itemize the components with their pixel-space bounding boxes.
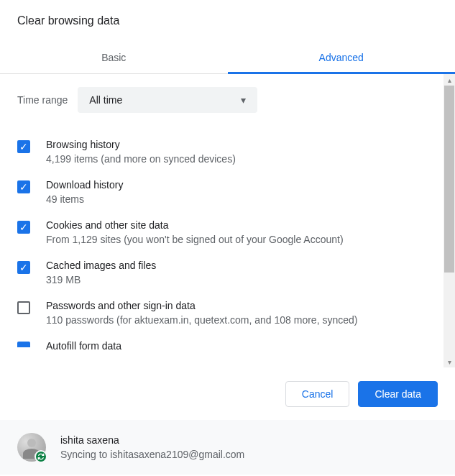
checkbox-passwords[interactable] [17, 301, 30, 314]
account-sync-status: Syncing to ishitasaxena2109@gmail.com [60, 449, 438, 460]
scroll-up-icon[interactable]: ▴ [443, 74, 455, 86]
cancel-button[interactable]: Cancel [285, 381, 350, 407]
content-area: Time range All time ▾ ✓ Browsing history… [0, 74, 455, 367]
scrollbar[interactable]: ▴ ▾ [443, 74, 455, 367]
option-autofill: Autofill form data [17, 333, 438, 350]
checkmark-icon: ✓ [19, 222, 28, 232]
clear-data-button[interactable]: Clear data [358, 381, 438, 407]
option-browsing-history: ✓ Browsing history 4,199 items (and more… [17, 132, 438, 172]
checkmark-icon: ✓ [19, 142, 28, 152]
checkbox-autofill[interactable] [17, 342, 30, 347]
chevron-down-icon: ▾ [241, 94, 246, 106]
option-text: Browsing history 4,199 items (and more o… [46, 139, 438, 165]
account-name: ishita saxena [60, 434, 438, 446]
option-sub: 49 items [46, 193, 438, 205]
checkmark-icon: ✓ [19, 182, 28, 192]
option-title: Autofill form data [46, 340, 438, 350]
tab-advanced[interactable]: Advanced [228, 42, 456, 73]
option-title: Download history [46, 179, 438, 191]
option-cookies: ✓ Cookies and other site data From 1,129… [17, 212, 438, 252]
time-range-dropdown[interactable]: All time ▾ [78, 87, 257, 113]
scroll-down-icon[interactable]: ▾ [443, 356, 455, 367]
tab-basic[interactable]: Basic [0, 42, 228, 73]
option-text: Cached images and files 319 MB [46, 260, 438, 285]
option-text: Download history 49 items [46, 179, 438, 205]
option-text: Autofill form data [46, 340, 438, 350]
option-sub: 4,199 items (and more on synced devices) [46, 153, 438, 165]
time-range-value: All time [89, 94, 122, 106]
option-title: Cached images and files [46, 260, 438, 271]
option-title: Passwords and other sign-in data [46, 300, 438, 311]
checkbox-cookies[interactable]: ✓ [17, 221, 30, 234]
option-title: Cookies and other site data [46, 219, 438, 231]
time-range-row: Time range All time ▾ [17, 87, 438, 113]
footer: Cancel Clear data [0, 367, 455, 420]
option-passwords: Passwords and other sign-in data 110 pas… [17, 293, 438, 333]
option-sub: 319 MB [46, 274, 438, 285]
option-text: Passwords and other sign-in data 110 pas… [46, 300, 438, 326]
dialog-title: Clear browsing data [17, 14, 438, 27]
sync-icon [35, 450, 47, 463]
time-range-label: Time range [17, 94, 68, 106]
checkmark-icon: ✓ [19, 262, 28, 273]
option-download-history: ✓ Download history 49 items [17, 172, 438, 212]
option-text: Cookies and other site data From 1,129 s… [46, 219, 438, 245]
checkbox-cached[interactable]: ✓ [17, 261, 30, 274]
account-text: ishita saxena Syncing to ishitasaxena210… [60, 434, 438, 460]
checkbox-download-history[interactable]: ✓ [17, 180, 30, 193]
tabs: Basic Advanced [0, 42, 455, 74]
avatar [17, 433, 46, 462]
option-sub: 110 passwords (for aktuexam.in, quetext.… [46, 314, 438, 326]
account-row: ishita saxena Syncing to ishitasaxena210… [0, 420, 455, 475]
option-sub: From 1,129 sites (you won't be signed ou… [46, 234, 438, 245]
checkbox-browsing-history[interactable]: ✓ [17, 140, 30, 153]
scrollbar-thumb[interactable] [444, 86, 454, 273]
option-cached: ✓ Cached images and files 319 MB [17, 252, 438, 293]
option-title: Browsing history [46, 139, 438, 150]
